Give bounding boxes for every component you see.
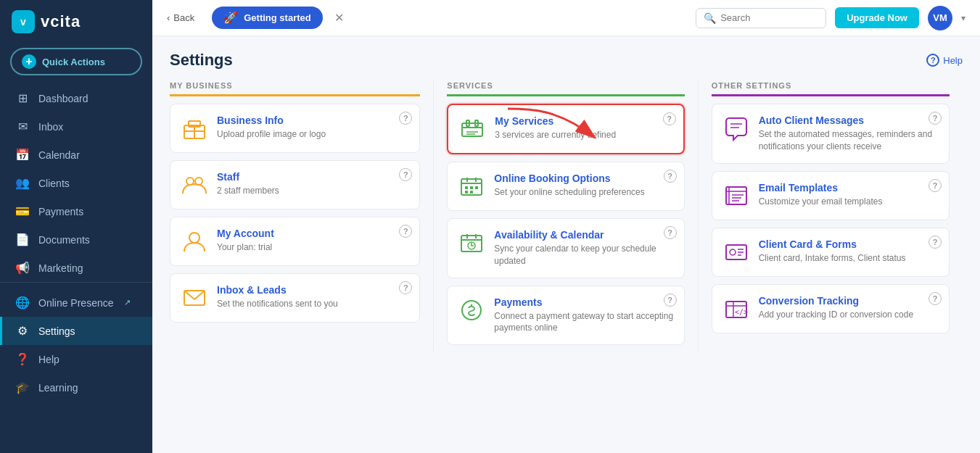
- auto-messages-help[interactable]: ?: [928, 112, 942, 125]
- inbox-leads-desc: Set the notifications sent to you: [217, 298, 409, 310]
- back-button[interactable]: ‹ Back: [167, 12, 194, 23]
- svg-rect-20: [470, 186, 473, 189]
- getting-started-label: Getting started: [244, 12, 310, 23]
- my-services-icon: [458, 115, 486, 143]
- auto-messages-title: Auto Client Messages: [759, 115, 939, 126]
- nav-items-list: ⊞ Dashboard ✉ Inbox 📅 Calendar 👥 Clients…: [0, 84, 152, 282]
- online-booking-card[interactable]: Online Booking Options Set your online s…: [447, 162, 684, 211]
- sidebar-item-clients[interactable]: 👥 Clients: [0, 169, 152, 197]
- staff-icon: [181, 171, 208, 199]
- auto-messages-text: Auto Client Messages Set the automated m…: [759, 115, 939, 153]
- availability-text: Availability & Calendar Sync your calend…: [494, 229, 673, 267]
- sidebar-item-help[interactable]: ❓ Help: [0, 345, 152, 373]
- payments-settings-help[interactable]: ?: [664, 294, 677, 307]
- email-templates-desc: Customize your email templates: [759, 196, 939, 208]
- conversion-tracking-card[interactable]: </> Conversion Tracking Add your trackin…: [712, 284, 950, 333]
- quick-actions-label: Quick Actions: [42, 57, 105, 67]
- marketing-icon: 📢: [15, 261, 30, 275]
- business-info-title: Business Info: [217, 115, 409, 126]
- sidebar-item-settings[interactable]: ⚙ Settings: [0, 317, 152, 345]
- svg-rect-23: [470, 191, 473, 194]
- sidebar-item-label: Calendar: [38, 149, 80, 161]
- documents-icon: 📄: [15, 233, 30, 246]
- client-card-forms-card[interactable]: Client Card & Forms Client card, Intake …: [712, 228, 950, 277]
- inbox-icon: ✉: [15, 120, 30, 133]
- help-link[interactable]: ? Help: [926, 54, 963, 67]
- svg-point-6: [195, 178, 202, 185]
- conversion-tracking-text: Conversion Tracking Add your tracking ID…: [759, 295, 939, 321]
- auto-client-messages-card[interactable]: Auto Client Messages Set the automated m…: [712, 104, 950, 164]
- search-input[interactable]: [720, 12, 815, 23]
- availability-desc: Sync your calendar to keep your schedule…: [494, 243, 673, 267]
- quick-actions-button[interactable]: + Quick Actions: [10, 48, 142, 75]
- getting-started-tab[interactable]: 🚀 Getting started: [212, 7, 322, 29]
- staff-help[interactable]: ?: [399, 168, 412, 181]
- search-box[interactable]: 🔍: [696, 8, 826, 28]
- avatar[interactable]: VM: [928, 6, 952, 30]
- main-area: ‹ Back 🚀 Getting started ✕ 🔍 Upgrade Now…: [152, 0, 980, 453]
- email-templates-icon: [722, 182, 750, 209]
- avatar-dropdown-arrow[interactable]: ▾: [961, 13, 965, 23]
- email-templates-help[interactable]: ?: [928, 179, 942, 192]
- sidebar: v vcita + Quick Actions ⊞ Dashboard ✉ In…: [0, 0, 152, 453]
- client-card-forms-text: Client Card & Forms Client card, Intake …: [759, 238, 939, 265]
- payments-settings-title: Payments: [494, 296, 673, 308]
- availability-calendar-card[interactable]: Availability & Calendar Sync your calend…: [447, 218, 684, 278]
- plus-icon: +: [22, 54, 36, 69]
- sidebar-item-payments[interactable]: 💳 Payments: [0, 197, 152, 225]
- business-info-text: Business Info Upload profile image or lo…: [217, 115, 409, 141]
- sidebar-item-online-presence[interactable]: 🌐 Online Presence ↗: [0, 288, 152, 317]
- svg-rect-22: [465, 191, 468, 194]
- conversion-tracking-title: Conversion Tracking: [759, 295, 939, 307]
- dashboard-icon: ⊞: [15, 91, 30, 105]
- payments-icon: 💳: [15, 204, 30, 218]
- business-info-help[interactable]: ?: [399, 112, 412, 125]
- payments-settings-icon: [458, 296, 485, 324]
- content-header: Settings ? Help: [170, 51, 963, 70]
- upgrade-now-button[interactable]: Upgrade Now: [835, 7, 919, 28]
- payments-settings-card[interactable]: Payments Connect a payment gateway to st…: [447, 286, 684, 346]
- my-services-help[interactable]: ?: [663, 112, 676, 125]
- sidebar-item-inbox[interactable]: ✉ Inbox: [0, 112, 152, 141]
- conversion-tracking-help[interactable]: ?: [928, 292, 942, 305]
- topbar: ‹ Back 🚀 Getting started ✕ 🔍 Upgrade Now…: [152, 0, 980, 36]
- email-templates-card[interactable]: Email Templates Customize your email tem…: [712, 171, 950, 220]
- help-label: Help: [943, 55, 963, 66]
- availability-help[interactable]: ?: [664, 226, 677, 239]
- sidebar-item-marketing[interactable]: 📢 Marketing: [0, 254, 152, 282]
- staff-desc: 2 staff members: [217, 185, 409, 197]
- staff-title: Staff: [217, 171, 409, 183]
- inbox-leads-help[interactable]: ?: [399, 281, 412, 294]
- online-presence-icon: 🌐: [15, 296, 30, 309]
- payments-settings-text: Payments Connect a payment gateway to st…: [494, 296, 673, 335]
- page-title: Settings: [170, 51, 233, 70]
- online-booking-help[interactable]: ?: [664, 170, 677, 183]
- payments-settings-desc: Connect a payment gateway to start accep…: [494, 310, 673, 335]
- my-account-desc: Your plan: trial: [217, 241, 409, 254]
- online-booking-icon: [458, 173, 485, 200]
- client-card-forms-help[interactable]: ?: [928, 236, 942, 249]
- sidebar-item-dashboard[interactable]: ⊞ Dashboard: [0, 84, 152, 112]
- clients-icon: 👥: [15, 176, 30, 190]
- sidebar-item-calendar[interactable]: 📅 Calendar: [0, 141, 152, 169]
- sidebar-item-documents[interactable]: 📄 Documents: [0, 225, 152, 254]
- inbox-leads-card[interactable]: Inbox & Leads Set the notifications sent…: [170, 273, 420, 323]
- settings-content: Settings ? Help MY BUSINESS: [152, 36, 980, 453]
- staff-text: Staff 2 staff members: [217, 171, 409, 197]
- my-account-help[interactable]: ?: [399, 225, 412, 238]
- staff-card[interactable]: Staff 2 staff members ?: [170, 160, 420, 209]
- svg-rect-19: [465, 186, 468, 189]
- sidebar-item-label: Learning: [38, 382, 78, 394]
- close-getting-started-button[interactable]: ✕: [334, 11, 344, 25]
- services-column: SERVICES My Services: [434, 81, 698, 352]
- upgrade-label: Upgrade Now: [847, 12, 907, 23]
- online-booking-title: Online Booking Options: [494, 173, 673, 184]
- my-services-card[interactable]: My Services 3 services are currently def…: [447, 104, 684, 154]
- sidebar-item-label: Inbox: [38, 121, 63, 133]
- svg-point-5: [186, 178, 194, 185]
- business-info-card[interactable]: Business Info Upload profile image or lo…: [170, 104, 420, 153]
- sidebar-item-label: Settings: [38, 325, 75, 337]
- my-account-card[interactable]: My Account Your plan: trial ?: [170, 217, 420, 266]
- sidebar-item-learning[interactable]: 🎓 Learning: [0, 373, 152, 402]
- logo-icon: v: [12, 10, 35, 33]
